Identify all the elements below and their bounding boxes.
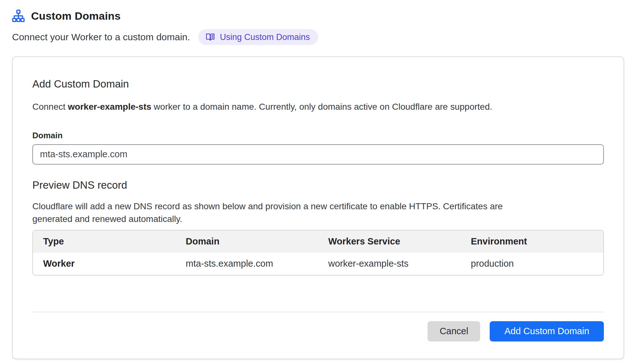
add-custom-domain-card: Add Custom Domain Connect worker-example…	[12, 56, 624, 359]
preview-dns-heading: Preview DNS record	[32, 179, 604, 191]
custom-domains-page: Custom Domains Connect your Worker to a …	[0, 0, 634, 364]
worker-name: worker-example-sts	[68, 102, 151, 112]
sitemap-icon	[12, 10, 25, 22]
cell-environment: production	[461, 253, 604, 275]
table-header-row: Type Domain Workers Service Environment	[33, 231, 603, 253]
book-open-icon	[205, 32, 215, 42]
add-custom-domain-button[interactable]: Add Custom Domain	[490, 321, 604, 341]
cell-type: Worker	[33, 253, 176, 275]
column-header-domain: Domain	[176, 231, 318, 253]
page-subtitle: Connect your Worker to a custom domain.	[12, 32, 190, 42]
column-header-workers-service: Workers Service	[318, 231, 461, 253]
docs-link-badge[interactable]: Using Custom Domains	[198, 29, 318, 45]
cell-domain: mta-sts.example.com	[176, 253, 318, 275]
description-prefix: Connect	[32, 102, 68, 112]
dns-preview-table: Type Domain Workers Service Environment …	[32, 230, 604, 276]
subtitle-row: Connect your Worker to a custom domain. …	[12, 29, 624, 45]
dialog-heading: Add Custom Domain	[32, 78, 604, 90]
footer-divider	[32, 312, 604, 312]
preview-dns-description: Cloudflare will add a new DNS record as …	[32, 200, 508, 225]
column-header-type: Type	[33, 231, 176, 253]
dialog-description: Connect worker-example-sts worker to a d…	[32, 101, 604, 113]
docs-link-label: Using Custom Domains	[220, 32, 310, 42]
description-suffix: worker to a domain name. Currently, only…	[151, 102, 492, 112]
domain-field-label: Domain	[32, 131, 604, 140]
page-header: Custom Domains	[12, 10, 624, 22]
page-title: Custom Domains	[31, 10, 121, 22]
cancel-button[interactable]: Cancel	[428, 321, 480, 341]
column-header-environment: Environment	[461, 231, 604, 253]
domain-input[interactable]	[32, 144, 604, 165]
cell-workers-service: worker-example-sts	[318, 253, 461, 275]
footer-actions: Cancel Add Custom Domain	[32, 321, 604, 341]
table-row: Worker mta-sts.example.com worker-exampl…	[33, 253, 603, 275]
